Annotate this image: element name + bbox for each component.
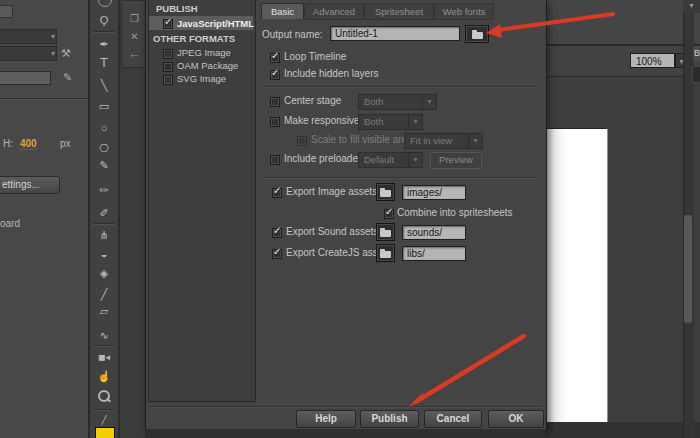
paint-bucket-tool[interactable]: ◒: [90, 247, 118, 261]
browse-images-button[interactable]: [376, 183, 395, 201]
include-preloader-checkbox[interactable]: [270, 155, 280, 165]
divider: [262, 177, 538, 179]
line-tool[interactable]: ╲: [90, 78, 118, 92]
settings-button[interactable]: ettings...: [0, 176, 60, 194]
polystar-tool[interactable]: ⎔: [90, 141, 118, 155]
jpeg-image-checkbox[interactable]: [163, 49, 173, 59]
center-stage-dropdown[interactable]: Both▾: [358, 94, 437, 110]
format-label[interactable]: SVG Image: [177, 73, 226, 84]
properties-dropdown-2[interactable]: ▾: [0, 46, 57, 61]
loop-timeline-label: Loop Timeline: [284, 51, 346, 62]
combine-spritesheets-label: Combine into spritesheets: [397, 207, 513, 218]
height-label: H:: [3, 138, 13, 149]
browse-output-button[interactable]: [465, 25, 489, 43]
scale-to-fill-checkbox[interactable]: [297, 136, 307, 146]
center-stage-checkbox[interactable]: [270, 97, 280, 107]
fill-color-swatch[interactable]: [95, 427, 115, 438]
flash-publish-settings-screen: ▾ ▾ ⚒ ✎ H: 400 px ettings... oard Ϙ ✒ T …: [0, 0, 700, 438]
divider: [0, 98, 88, 100]
scale-to-fill-dropdown[interactable]: Fit in view▾: [404, 133, 483, 149]
properties-text-field[interactable]: [0, 71, 51, 85]
bone-tool[interactable]: ⋔: [90, 228, 118, 242]
hand-tool[interactable]: ☝: [90, 369, 118, 383]
center-stage-label: Center stage: [284, 95, 341, 106]
output-name-input[interactable]: Untitled-1: [330, 26, 460, 41]
pencil-icon[interactable]: ✎: [63, 71, 72, 83]
javascript-html-checkbox[interactable]: [163, 19, 173, 29]
restore-panel-icon[interactable]: ❐: [122, 13, 147, 24]
vertical-scrollbar-thumb[interactable]: [684, 215, 692, 323]
export-sound-assets-checkbox[interactable]: [272, 228, 282, 238]
format-label[interactable]: JPEG Image: [177, 47, 231, 58]
browse-libs-button[interactable]: [376, 244, 395, 262]
chevron-down-icon: ▾: [51, 31, 55, 42]
include-hidden-layers-checkbox[interactable]: [270, 70, 280, 80]
panel-menu-tab[interactable]: ▾: [683, 0, 700, 13]
preview-button[interactable]: Preview: [430, 152, 482, 169]
brush-tool[interactable]: ✏: [90, 183, 118, 197]
tab-basic[interactable]: Basic: [261, 3, 304, 19]
chevron-down-icon: ▾: [468, 134, 482, 148]
collapsed-panel-header: ❐ ✕ ←: [121, 0, 148, 68]
close-icon[interactable]: ✕: [122, 31, 147, 42]
ink-bottle-tool[interactable]: ◈: [90, 266, 118, 280]
wrench-icon[interactable]: ⚒: [61, 47, 71, 59]
cancel-button[interactable]: Cancel: [424, 410, 482, 428]
publish-header: PUBLISH: [156, 3, 198, 14]
camera-tool[interactable]: ◼◂: [90, 350, 118, 364]
tab-spritesheet[interactable]: Spritesheet: [364, 3, 434, 20]
format-label[interactable]: JavaScript/HTML: [177, 18, 254, 29]
width-tool[interactable]: ∿: [90, 328, 118, 342]
paint-brush-tool[interactable]: ✐: [90, 206, 118, 220]
height-unit: px: [60, 138, 71, 149]
export-createjs-assets-checkbox[interactable]: [272, 249, 282, 259]
other-formats-header: OTHER FORMATS: [153, 33, 235, 44]
eyedropper-small-tool[interactable]: ╱: [90, 413, 118, 427]
below-stage-band: [545, 422, 700, 438]
svg-image-checkbox[interactable]: [163, 75, 173, 85]
export-image-assets-label: Export Image assets:: [286, 186, 380, 197]
rectangle-tool[interactable]: ▭: [90, 99, 118, 113]
cut-panel-fragment: [692, 66, 700, 83]
oval-tool[interactable]: ○: [90, 121, 118, 135]
lasso-tool[interactable]: Ϙ: [90, 13, 118, 27]
export-image-assets-checkbox[interactable]: [272, 188, 282, 198]
pen-tool[interactable]: ✒: [90, 37, 118, 51]
text-tool[interactable]: T: [90, 56, 118, 70]
sounds-path-input[interactable]: sounds/: [402, 225, 466, 240]
properties-dropdown-1[interactable]: ▾: [0, 29, 57, 44]
stage-canvas[interactable]: [545, 128, 608, 423]
include-preloader-label: Include preloader: [284, 153, 361, 164]
zoom-tool[interactable]: [90, 388, 118, 405]
output-name-label: Output name:: [262, 29, 323, 40]
folder-icon: [380, 251, 391, 258]
publish-button[interactable]: Publish: [360, 410, 419, 428]
format-label[interactable]: OAM Package: [177, 60, 238, 71]
images-path-input[interactable]: images/: [402, 185, 466, 200]
export-sound-assets-label: Export Sound assets:: [286, 226, 381, 237]
pencil-tool[interactable]: ✎: [90, 158, 118, 172]
height-value[interactable]: 400: [20, 138, 37, 150]
help-button[interactable]: Help: [296, 410, 356, 428]
preloader-dropdown[interactable]: Default▾: [358, 152, 423, 168]
oam-package-checkbox[interactable]: [163, 62, 173, 72]
tab-web-fonts[interactable]: Web fonts: [434, 3, 494, 20]
ok-button[interactable]: OK: [488, 410, 544, 428]
make-responsive-checkbox[interactable]: [270, 117, 280, 127]
chevron-down-icon: ▾: [422, 95, 436, 109]
collapse-arrow-icon[interactable]: ←: [122, 46, 147, 61]
stage-zoom-value[interactable]: 100%: [630, 53, 675, 68]
eyedropper-tool[interactable]: ╱: [90, 287, 118, 301]
tab-advanced[interactable]: Advanced: [304, 3, 364, 20]
loop-timeline-checkbox[interactable]: [270, 53, 280, 63]
browse-sounds-button[interactable]: [376, 223, 395, 241]
libs-path-input[interactable]: libs/: [402, 246, 466, 261]
partial-tool-icon[interactable]: [98, 0, 112, 7]
cut-button-fragment[interactable]: [0, 5, 13, 18]
divider: [93, 345, 115, 347]
divider: [93, 409, 115, 411]
folder-icon: [380, 190, 391, 197]
make-responsive-dropdown[interactable]: Both▾: [358, 114, 423, 130]
combine-spritesheets-checkbox[interactable]: [384, 209, 394, 219]
eraser-tool[interactable]: ▱: [90, 304, 118, 318]
